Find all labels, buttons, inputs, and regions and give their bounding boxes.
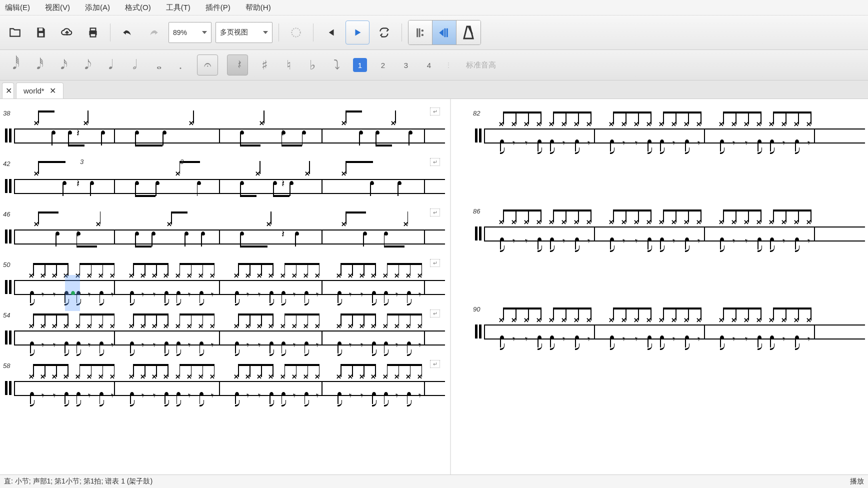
menu-plugins[interactable]: 插件(P)	[206, 3, 230, 12]
zoom-combo[interactable]: 89%	[168, 22, 212, 43]
staff-system[interactable]: 50↵𝄾𝄾𝄾𝄾𝄾𝄾𝄾𝄾𝄾𝄾𝄾𝄾𝄾𝄾𝄾𝄾	[5, 273, 445, 301]
play-button[interactable]	[346, 20, 370, 44]
note-16th[interactable]: 𝅘𝅥𝅯	[53, 56, 68, 74]
redo-button[interactable]	[142, 22, 164, 44]
menu-add[interactable]: 添加(A)	[85, 3, 110, 12]
voice-3-button[interactable]: 3	[399, 58, 413, 72]
main-toolbar: 89% 多页视图	[0, 16, 868, 50]
menu-help[interactable]: 帮助(H)	[246, 3, 271, 12]
score-page-right: 82𝄾𝄾𝄾𝄾𝄾𝄾𝄾𝄾𝄾𝄾𝄾𝄾86𝄾𝄾𝄾𝄾𝄾𝄾𝄾𝄾𝄾𝄾𝄾𝄾90𝄾𝄾𝄾𝄾𝄾𝄾𝄾𝄾𝄾𝄾…	[470, 99, 868, 483]
menubar: 编辑(E) 视图(V) 添加(A) 格式(O) 工具(T) 插件(P) 帮助(H…	[0, 0, 868, 16]
svg-rect-4	[90, 34, 96, 37]
repeat-toggle[interactable]	[408, 20, 432, 44]
svg-point-5	[292, 28, 300, 36]
score-view[interactable]: 38↵𝄽𝄽42↵𝄽𝄽3346↵𝄽𝄽50↵𝄾𝄾𝄾𝄾𝄾𝄾𝄾𝄾𝄾𝄾𝄾𝄾𝄾𝄾𝄾𝄾54↵𝄾…	[0, 99, 868, 483]
staff-system[interactable]: 38↵𝄽𝄽	[5, 122, 445, 150]
menu-tools[interactable]: 工具(T)	[166, 3, 190, 12]
note-input-toolbar: 𝅘𝅥𝅱 𝅘𝅥𝅰 𝅘𝅥𝅯 𝅘𝅥𝅮 𝅘𝅥 𝅗𝅥 𝅝 . 𝄐 𝄽 ♯ ♮ ♭ ⤵ 1 …	[0, 50, 868, 80]
status-bar: 直: 小节; 声部1; 第1小节; 第1拍; 谱表 1 (架子鼓) 播放	[0, 474, 868, 488]
note-8th[interactable]: 𝅘𝅥𝅮	[77, 56, 92, 74]
staff-system[interactable]: 90𝄾𝄾𝄾𝄾𝄾𝄾𝄾𝄾𝄾𝄾𝄾𝄾	[475, 318, 865, 346]
svg-rect-1	[39, 33, 44, 36]
score-page-left: 38↵𝄽𝄽42↵𝄽𝄽3346↵𝄽𝄽50↵𝄾𝄾𝄾𝄾𝄾𝄾𝄾𝄾𝄾𝄾𝄾𝄾𝄾𝄾𝄾𝄾54↵𝄾…	[0, 99, 451, 483]
voice-2-button[interactable]: 2	[376, 58, 390, 72]
note-dot[interactable]: .	[173, 56, 188, 74]
menu-view[interactable]: 视图(V)	[45, 3, 70, 12]
concert-pitch-button[interactable]	[285, 22, 307, 44]
undo-button[interactable]	[116, 22, 138, 44]
measure-number: 46	[3, 210, 10, 218]
staff-system[interactable]: 86𝄾𝄾𝄾𝄾𝄾𝄾𝄾𝄾𝄾𝄾𝄾𝄾	[475, 220, 865, 248]
pan-toggle[interactable]	[432, 20, 456, 44]
svg-point-7	[422, 34, 424, 36]
close-icon[interactable]: ✕	[50, 86, 56, 96]
playback-toggle-group	[408, 20, 481, 45]
note-64th[interactable]: 𝅘𝅥𝅱	[5, 56, 20, 74]
tie-button[interactable]: 𝄐	[197, 54, 218, 76]
concert-pitch-label: 标准音高	[466, 60, 496, 70]
tab-label: world*	[24, 86, 44, 95]
document-tabs: ✕ world* ✕	[0, 80, 868, 99]
menu-edit[interactable]: 编辑(E)	[5, 3, 30, 12]
staff-system[interactable]: 82𝄾𝄾𝄾𝄾𝄾𝄾𝄾𝄾𝄾𝄾𝄾𝄾	[475, 122, 865, 150]
measure-number: 42	[3, 160, 10, 168]
note-32nd[interactable]: 𝅘𝅥𝅰	[29, 56, 44, 74]
metronome-toggle[interactable]	[456, 20, 480, 44]
svg-point-6	[422, 29, 424, 31]
rewind-button[interactable]	[320, 22, 342, 44]
staff-system[interactable]: 58↵𝄾𝄾𝄾𝄾𝄾𝄾𝄾𝄾𝄾𝄾𝄾𝄾𝄾𝄾𝄾𝄾	[5, 374, 445, 402]
measure-number: 54	[3, 312, 10, 319]
menu-format[interactable]: 格式(O)	[125, 3, 151, 12]
staff-system[interactable]: 46↵𝄽𝄽	[5, 222, 445, 250]
measure-number: 90	[473, 306, 480, 313]
note-whole[interactable]: 𝅝	[149, 56, 164, 74]
staff-system[interactable]: 54↵𝄾𝄾𝄾𝄾𝄾𝄾𝄾𝄾𝄾𝄾𝄾𝄾𝄾𝄾𝄾𝄾	[5, 324, 445, 352]
tab-world[interactable]: world* ✕	[16, 82, 64, 98]
loop-button[interactable]	[374, 22, 396, 44]
cloud-button[interactable]	[56, 22, 78, 44]
svg-rect-0	[39, 28, 43, 30]
tab-stub[interactable]: ✕	[2, 82, 14, 98]
status-mode: 播放	[850, 477, 864, 486]
print-button[interactable]	[82, 22, 104, 44]
voice-4-button[interactable]: 4	[422, 58, 436, 72]
sharp-button[interactable]: ♯	[257, 56, 272, 74]
measure-number: 86	[473, 208, 480, 215]
natural-button[interactable]: ♮	[281, 56, 296, 74]
voice-1-button[interactable]: 1	[353, 58, 367, 72]
flat-button[interactable]: ♭	[305, 56, 320, 74]
save-button[interactable]	[30, 22, 52, 44]
measure-number: 38	[3, 110, 10, 117]
note-half[interactable]: 𝅗𝅥	[125, 56, 140, 74]
layout-combo[interactable]: 多页视图	[216, 22, 272, 43]
svg-rect-3	[90, 28, 96, 30]
open-button[interactable]	[4, 22, 26, 44]
selection-highlight	[65, 275, 80, 311]
rest-button[interactable]: 𝄽	[227, 54, 248, 76]
measure-number: 82	[473, 110, 480, 117]
staff-system[interactable]: 42↵𝄽𝄽33	[5, 172, 445, 200]
measure-number: 50	[3, 261, 10, 268]
flip-button[interactable]: ⤵	[329, 56, 344, 74]
note-quarter[interactable]: 𝅘𝅥	[101, 56, 116, 74]
close-icon[interactable]: ✕	[6, 86, 12, 96]
status-text: 直: 小节; 声部1; 第1小节; 第1拍; 谱表 1 (架子鼓)	[4, 477, 152, 486]
measure-number: 58	[3, 362, 10, 370]
